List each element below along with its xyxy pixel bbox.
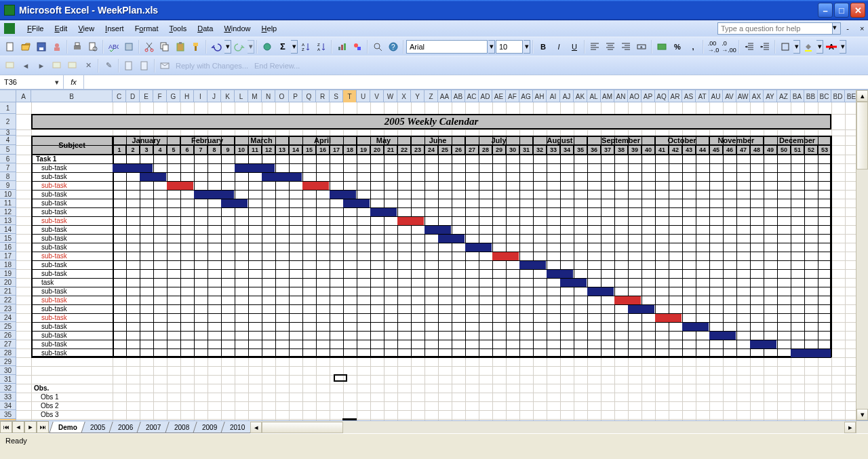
task-label[interactable]: sub-task [33, 172, 111, 181]
increase-decimal-button[interactable]: .00→.0 [706, 39, 721, 54]
reply-mail-button[interactable] [157, 58, 172, 73]
col-header-I[interactable]: I [194, 90, 208, 102]
print-button[interactable] [70, 39, 85, 54]
underline-button[interactable]: U [567, 39, 582, 54]
row-header-32[interactable]: 32 [0, 384, 16, 393]
italic-button[interactable]: I [551, 39, 566, 54]
col-header-AJ[interactable]: AJ [560, 90, 574, 102]
gantt-bar[interactable] [492, 252, 519, 260]
row-header-27[interactable]: 27 [0, 340, 16, 348]
task-label[interactable]: sub-task [33, 340, 111, 348]
gantt-bar[interactable] [113, 164, 153, 172]
menu-view[interactable]: View [73, 22, 100, 35]
show-all-comments-button[interactable] [65, 58, 80, 73]
col-header-Q[interactable]: Q [302, 90, 316, 102]
font-color-dropdown[interactable]: ▾ [840, 40, 846, 54]
row-header-36[interactable]: 36 [0, 419, 16, 420]
maximize-button[interactable]: □ [834, 3, 849, 18]
gantt-bar[interactable] [167, 182, 193, 190]
col-header-G[interactable]: G [167, 90, 180, 102]
row-header-17[interactable]: 17 [0, 252, 16, 260]
col-header-AG[interactable]: AG [519, 90, 533, 102]
col-header-AO[interactable]: AO [628, 90, 642, 102]
col-header-J[interactable]: J [208, 90, 221, 102]
row-header-7[interactable]: 7 [0, 163, 16, 172]
task-label[interactable]: Task 1 [33, 155, 111, 163]
gantt-bar[interactable] [221, 199, 248, 207]
menu-file[interactable]: FFileFile [22, 22, 49, 35]
menu-format[interactable]: Format [130, 22, 164, 35]
row-header-14[interactable]: 14 [0, 225, 16, 234]
minimize-button[interactable]: – [818, 3, 833, 18]
row-header-2[interactable]: 2 [0, 114, 16, 129]
comma-button[interactable]: , [686, 39, 701, 54]
col-header-T[interactable]: T [343, 90, 357, 102]
autosum-dropdown[interactable]: ▾ [291, 40, 298, 54]
help-question-box[interactable] [717, 22, 833, 35]
gantt-bar[interactable] [519, 261, 546, 269]
app-icon[interactable] [4, 23, 15, 34]
undo-dropdown[interactable]: ▾ [224, 40, 231, 54]
col-header-AY[interactable]: AY [764, 90, 777, 102]
gantt-bar[interactable] [330, 191, 356, 199]
print-preview-button[interactable] [85, 39, 100, 54]
name-box[interactable]: T36▾ [0, 75, 64, 89]
gantt-bar[interactable] [262, 173, 302, 181]
menu-tools[interactable]: Tools [163, 22, 192, 35]
row-header-4[interactable]: 4 [0, 136, 16, 145]
col-header-AU[interactable]: AU [709, 90, 723, 102]
delete-comment-button[interactable]: ✕ [81, 58, 96, 73]
row-header-25[interactable]: 25 [0, 322, 16, 331]
show-ink-button[interactable]: ✎ [101, 58, 116, 73]
row-header-24[interactable]: 24 [0, 313, 16, 322]
align-right-button[interactable] [618, 39, 633, 54]
font-name-dropdown[interactable]: ▾ [488, 40, 495, 54]
row-header-23[interactable]: 23 [0, 304, 16, 313]
update-file-button[interactable] [137, 58, 152, 73]
col-header-AC[interactable]: AC [465, 90, 479, 102]
row-header-15[interactable]: 15 [0, 234, 16, 243]
reply-changes-label[interactable]: Reply with Changes... [173, 62, 251, 70]
col-header-H[interactable]: H [180, 90, 194, 102]
gantt-bar[interactable] [709, 332, 736, 340]
undo-button[interactable] [209, 39, 224, 54]
col-header-AM[interactable]: AM [601, 90, 614, 102]
horizontal-scrollbar[interactable]: ◂ ▸ [250, 421, 856, 433]
hscroll-thumb[interactable] [262, 422, 343, 433]
formula-field[interactable] [84, 75, 868, 89]
zoom-button[interactable] [370, 39, 385, 54]
sheet-tab-2010[interactable]: 2010 [220, 422, 254, 433]
decrease-indent-button[interactable] [742, 39, 757, 54]
task-label[interactable]: sub-task [33, 252, 111, 260]
col-header-O[interactable]: O [275, 90, 289, 102]
menu-insert[interactable]: Insert [100, 22, 130, 35]
new-button[interactable] [3, 39, 18, 54]
task-label[interactable]: sub-task [33, 348, 111, 357]
task-label[interactable]: sub-task [33, 216, 111, 225]
font-name-box[interactable]: Arial [406, 40, 488, 54]
row-header-9[interactable]: 9 [0, 181, 16, 190]
fill-color-button[interactable] [801, 39, 816, 54]
help-question-dropdown[interactable]: ▾ [833, 22, 841, 35]
borders-button[interactable] [778, 39, 793, 54]
spreadsheet-area[interactable]: ABCDEFGHIJKLMNOPQRSTUVWXYZAAABACADAEAFAG… [0, 89, 868, 420]
gantt-bar[interactable] [370, 208, 397, 216]
tab-nav-first[interactable]: ⏮ [0, 421, 12, 433]
col-header-AN[interactable]: AN [614, 90, 628, 102]
menu-edit[interactable]: Edit [49, 22, 73, 35]
gantt-bar[interactable] [425, 226, 451, 234]
gantt-bar[interactable] [614, 296, 641, 304]
open-button[interactable] [18, 39, 33, 54]
col-header-L[interactable]: L [235, 90, 248, 102]
col-header-X[interactable]: X [397, 90, 411, 102]
permission-button[interactable] [50, 39, 64, 54]
align-center-button[interactable] [603, 39, 618, 54]
obs-row[interactable]: Obs 1 [38, 393, 59, 401]
hyperlink-button[interactable] [260, 39, 275, 54]
row-header-5[interactable]: 5 [0, 145, 16, 155]
row-header-13[interactable]: 13 [0, 216, 16, 225]
task-label[interactable]: sub-task [33, 313, 111, 322]
task-label[interactable]: sub-task [33, 331, 111, 340]
obs-row[interactable]: Obs 2 [38, 401, 59, 410]
col-header-AS[interactable]: AS [682, 90, 696, 102]
